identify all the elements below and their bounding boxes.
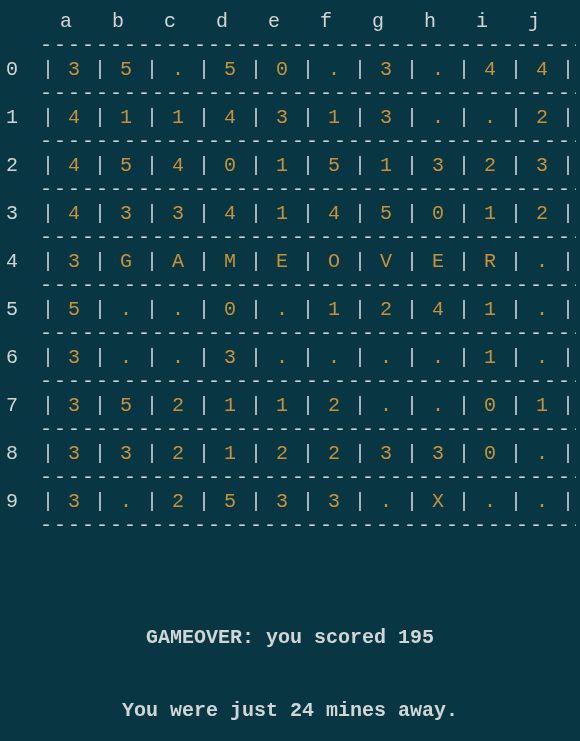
grid-cell[interactable]: 3 bbox=[54, 250, 94, 273]
grid-cell[interactable]: . bbox=[522, 346, 562, 369]
grid-cell[interactable]: . bbox=[158, 298, 198, 321]
grid-cell[interactable]: . bbox=[522, 490, 562, 513]
grid-cell[interactable]: 2 bbox=[314, 394, 354, 417]
grid-cell[interactable]: 5 bbox=[106, 154, 146, 177]
grid-cell[interactable]: 1 bbox=[366, 154, 406, 177]
grid-cell[interactable]: 3 bbox=[418, 442, 458, 465]
grid-cell[interactable]: 0 bbox=[470, 394, 510, 417]
grid-cell[interactable]: 3 bbox=[366, 106, 406, 129]
grid-cell[interactable]: . bbox=[522, 442, 562, 465]
grid-cell[interactable]: . bbox=[262, 298, 302, 321]
grid-cell[interactable]: 3 bbox=[106, 442, 146, 465]
grid-cell[interactable]: 1 bbox=[106, 106, 146, 129]
grid-cell[interactable]: 3 bbox=[366, 58, 406, 81]
grid-cell[interactable]: X bbox=[418, 490, 458, 513]
grid-cell[interactable]: . bbox=[470, 490, 510, 513]
grid-cell[interactable]: . bbox=[314, 346, 354, 369]
grid-cell[interactable]: 5 bbox=[106, 58, 146, 81]
grid-cell[interactable]: 4 bbox=[54, 106, 94, 129]
grid-cell[interactable]: 1 bbox=[262, 154, 302, 177]
grid-cell[interactable]: . bbox=[522, 298, 562, 321]
grid-cell[interactable]: 4 bbox=[522, 58, 562, 81]
grid-cell[interactable]: V bbox=[366, 250, 406, 273]
grid-cell[interactable]: 4 bbox=[210, 106, 250, 129]
grid-cell[interactable]: . bbox=[106, 298, 146, 321]
grid-cell[interactable]: 2 bbox=[314, 442, 354, 465]
grid-cell[interactable]: 1 bbox=[262, 394, 302, 417]
grid-cell[interactable]: 5 bbox=[106, 394, 146, 417]
grid-cell[interactable]: 4 bbox=[54, 202, 94, 225]
grid-cell[interactable]: 3 bbox=[54, 394, 94, 417]
grid-cell[interactable]: . bbox=[522, 250, 562, 273]
grid-cell[interactable]: 4 bbox=[470, 58, 510, 81]
grid-cell[interactable]: . bbox=[366, 346, 406, 369]
grid-cell[interactable]: 1 bbox=[314, 298, 354, 321]
grid-cell[interactable]: 0 bbox=[210, 154, 250, 177]
grid-cell[interactable]: 2 bbox=[158, 442, 198, 465]
grid-cell[interactable]: 0 bbox=[418, 202, 458, 225]
grid-cell[interactable]: 0 bbox=[470, 442, 510, 465]
grid-cell[interactable]: 1 bbox=[158, 106, 198, 129]
grid-cell[interactable]: 3 bbox=[54, 490, 94, 513]
grid-cell[interactable]: 1 bbox=[470, 202, 510, 225]
grid-cell[interactable]: 3 bbox=[54, 346, 94, 369]
grid-cell[interactable]: 1 bbox=[470, 298, 510, 321]
grid-cell[interactable]: G bbox=[106, 250, 146, 273]
grid-cell[interactable]: . bbox=[158, 58, 198, 81]
grid-cell[interactable]: O bbox=[314, 250, 354, 273]
grid-cell[interactable]: 0 bbox=[262, 58, 302, 81]
grid-cell[interactable]: 3 bbox=[262, 490, 302, 513]
grid-cell[interactable]: 5 bbox=[314, 154, 354, 177]
grid-cell[interactable]: 2 bbox=[366, 298, 406, 321]
grid-cell[interactable]: 5 bbox=[210, 58, 250, 81]
grid-cell[interactable]: 4 bbox=[158, 154, 198, 177]
grid-cell[interactable]: . bbox=[418, 106, 458, 129]
grid-cell[interactable]: E bbox=[262, 250, 302, 273]
grid-cell[interactable]: 3 bbox=[158, 202, 198, 225]
grid-cell[interactable]: . bbox=[366, 490, 406, 513]
grid-cell[interactable]: 2 bbox=[470, 154, 510, 177]
grid-cell[interactable]: 0 bbox=[210, 298, 250, 321]
grid-cell[interactable]: 3 bbox=[366, 442, 406, 465]
grid-cell[interactable]: 3 bbox=[54, 58, 94, 81]
grid-cell[interactable]: 4 bbox=[210, 202, 250, 225]
grid-cell[interactable]: 2 bbox=[522, 106, 562, 129]
grid-cell[interactable]: 2 bbox=[522, 202, 562, 225]
grid-cell[interactable]: . bbox=[366, 394, 406, 417]
grid-cell[interactable]: 3 bbox=[314, 490, 354, 513]
grid-cell[interactable]: . bbox=[158, 346, 198, 369]
grid-cell[interactable]: . bbox=[470, 106, 510, 129]
grid-cell[interactable]: 3 bbox=[210, 346, 250, 369]
grid-cell[interactable]: 2 bbox=[158, 394, 198, 417]
grid-cell[interactable]: 4 bbox=[418, 298, 458, 321]
grid-cell[interactable]: 3 bbox=[262, 106, 302, 129]
grid-cell[interactable]: 1 bbox=[210, 394, 250, 417]
grid-cell[interactable]: 1 bbox=[470, 346, 510, 369]
grid-cell[interactable]: 2 bbox=[158, 490, 198, 513]
grid-cell[interactable]: 5 bbox=[54, 298, 94, 321]
grid-cell[interactable]: 4 bbox=[54, 154, 94, 177]
grid-cell[interactable]: . bbox=[418, 394, 458, 417]
grid-cell[interactable]: 1 bbox=[262, 202, 302, 225]
grid-cell[interactable]: . bbox=[262, 346, 302, 369]
grid-cell[interactable]: 3 bbox=[522, 154, 562, 177]
grid-cell[interactable]: 3 bbox=[418, 154, 458, 177]
grid-cell[interactable]: A bbox=[158, 250, 198, 273]
grid-cell[interactable]: 3 bbox=[54, 442, 94, 465]
grid-cell[interactable]: 1 bbox=[522, 394, 562, 417]
grid-cell[interactable]: . bbox=[314, 58, 354, 81]
grid-cell[interactable]: . bbox=[106, 346, 146, 369]
grid-cell[interactable]: 1 bbox=[314, 106, 354, 129]
grid-cell[interactable]: 2 bbox=[262, 442, 302, 465]
grid-cell[interactable]: . bbox=[418, 346, 458, 369]
grid-cell[interactable]: E bbox=[418, 250, 458, 273]
grid-cell[interactable]: 3 bbox=[106, 202, 146, 225]
grid-cell[interactable]: . bbox=[106, 490, 146, 513]
grid-cell[interactable]: R bbox=[470, 250, 510, 273]
grid-cell[interactable]: 1 bbox=[210, 442, 250, 465]
grid-cell[interactable]: . bbox=[418, 58, 458, 81]
grid-cell[interactable]: 5 bbox=[366, 202, 406, 225]
grid-cell[interactable]: 5 bbox=[210, 490, 250, 513]
grid-cell[interactable]: 4 bbox=[314, 202, 354, 225]
grid-cell[interactable]: M bbox=[210, 250, 250, 273]
